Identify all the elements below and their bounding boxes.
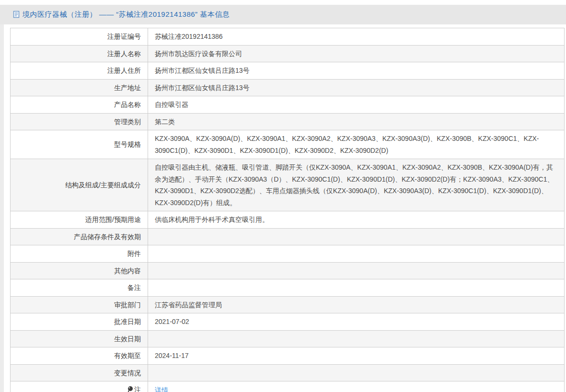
row-label: 备注 [11, 279, 148, 297]
table-row: 附件 [11, 245, 565, 263]
row-value [148, 279, 565, 297]
note-bulb-icon [127, 385, 133, 392]
registration-info-table: 注册证编号 苏械注准20192141386 注册人名称 扬州市凯达医疗设备有限公… [10, 28, 565, 392]
row-label: 型号规格 [11, 130, 148, 159]
row-label: 生产地址 [11, 79, 148, 96]
row-value: 2021-07-02 [148, 313, 565, 331]
row-label: 管理类别 [11, 113, 148, 130]
page-title: 境内医疗器械（注册） —— “苏械注准20192141386” 基本信息 [23, 10, 230, 19]
row-value: 供临床机构用于外科手术真空吸引用。 [148, 211, 565, 229]
table-row: 批准日期 2021-07-02 [11, 313, 565, 331]
row-label-note: 注 [11, 381, 148, 392]
row-value [148, 262, 565, 279]
detail-link[interactable]: 详情 [155, 386, 168, 392]
row-label: 结构及组成/主要组成成分 [11, 159, 148, 211]
row-value: 苏械注准20192141386 [148, 28, 565, 46]
row-label: 注册证编号 [11, 28, 148, 46]
row-label: 注册人住所 [11, 62, 148, 80]
table-row: 结构及组成/主要组成成分 自控吸引器由主机、储液瓶、吸引管道、脚踏开关（仅KZX… [11, 159, 565, 211]
table-row: 产品储存条件及有效期 [11, 228, 565, 245]
row-value: 扬州市江都区仙女镇吕庄路13号 [148, 62, 565, 80]
row-label: 适用范围/预期用途 [11, 211, 148, 229]
row-value [148, 228, 565, 245]
row-label: 产品储存条件及有效期 [11, 228, 148, 245]
table-row: 备注 [11, 279, 565, 297]
table-row: 变更情况 [11, 364, 565, 381]
table-row: 有效期至 2024-11-17 [11, 347, 565, 365]
table-row: 注册证编号 苏械注准20192141386 [11, 28, 565, 46]
row-value: 江苏省药品监督管理局 [148, 296, 565, 313]
row-label: 变更情况 [11, 364, 148, 381]
table-row: 适用范围/预期用途 供临床机构用于外科手术真空吸引用。 [11, 211, 565, 229]
row-value: KZX-3090A、KZX-3090A(D)、KZX-3090A1、KZX-30… [148, 130, 565, 159]
table-row: 审批部门 江苏省药品监督管理局 [11, 296, 565, 313]
row-value [148, 330, 565, 347]
row-value: 自控吸引器由主机、储液瓶、吸引管道、脚踏开关（仅KZX-3090A、KZX-30… [148, 159, 565, 211]
table-row: 注册人住所 扬州市江都区仙女镇吕庄路13号 [11, 62, 565, 80]
table-row: 管理类别 第二类 [11, 113, 565, 130]
table-row: 其他内容 [11, 262, 565, 279]
row-label: 附件 [11, 245, 148, 263]
table-row: 生效日期 [11, 330, 565, 347]
table-row: 注册人名称 扬州市凯达医疗设备有限公司 [11, 45, 565, 62]
row-label: 注册人名称 [11, 45, 148, 62]
document-icon [13, 11, 20, 20]
page-header: 境内医疗器械（注册） —— “苏械注准20192141386” 基本信息 [0, 5, 566, 24]
row-label: 批准日期 [11, 313, 148, 331]
row-label: 产品名称 [11, 96, 148, 114]
content-panel: 注册证编号 苏械注准20192141386 注册人名称 扬州市凯达医疗设备有限公… [4, 24, 566, 392]
row-value: 2024-11-17 [148, 347, 565, 365]
row-value [148, 245, 565, 263]
table-row: 产品名称 自控吸引器 [11, 96, 565, 114]
row-label: 有效期至 [11, 347, 148, 365]
table-row: 生产地址 扬州市江都区仙女镇吕庄路13号 [11, 79, 565, 96]
row-value: 详情 [148, 381, 565, 392]
table-row: 注 详情 [11, 381, 565, 392]
row-value [148, 364, 565, 381]
row-label: 审批部门 [11, 296, 148, 313]
top-strip [0, 0, 566, 5]
row-label: 注 [134, 386, 141, 392]
row-value: 扬州市江都区仙女镇吕庄路13号 [148, 79, 565, 96]
row-value: 自控吸引器 [148, 96, 565, 114]
row-label: 生效日期 [11, 330, 148, 347]
table-row: 型号规格 KZX-3090A、KZX-3090A(D)、KZX-3090A1、K… [11, 130, 565, 159]
row-value: 第二类 [148, 113, 565, 130]
row-label: 其他内容 [11, 262, 148, 279]
row-value: 扬州市凯达医疗设备有限公司 [148, 45, 565, 62]
